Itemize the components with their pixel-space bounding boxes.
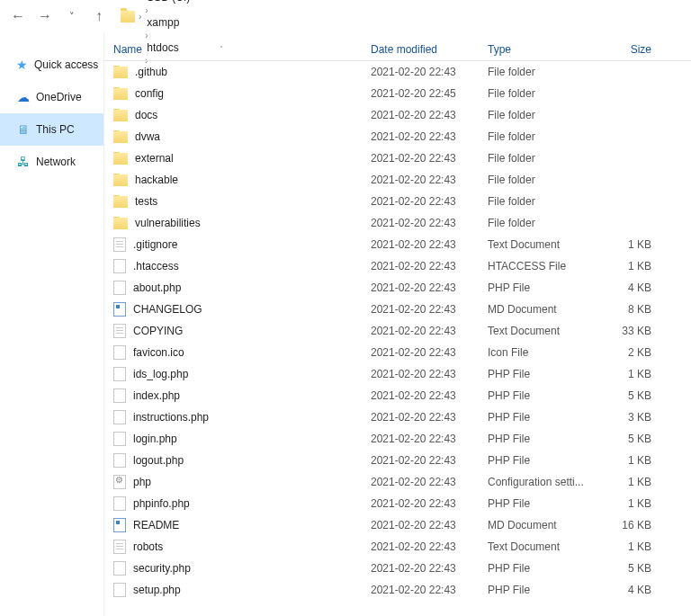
column-header-size[interactable]: Size	[601, 43, 664, 56]
sidebar-item-label: Quick access	[34, 58, 98, 71]
file-size-cell: 1 KB	[601, 260, 664, 272]
file-name-cell: favicon.ico	[104, 345, 362, 360]
file-row[interactable]: robots2021-02-20 22:43Text Document1 KB	[104, 536, 691, 558]
file-row[interactable]: php2021-02-20 22:43Configuration setti..…	[104, 471, 691, 493]
file-row[interactable]: .htaccess2021-02-20 22:43HTACCESS File1 …	[104, 255, 691, 277]
file-row[interactable]: docs2021-02-20 22:43File folder	[104, 104, 691, 126]
breadcrumb-item[interactable]: xampp	[145, 16, 192, 29]
file-file-icon	[113, 259, 126, 273]
up-button[interactable]: ↑	[88, 5, 110, 27]
file-date-cell: 2021-02-20 22:43	[362, 497, 479, 510]
file-row[interactable]: COPYING2021-02-20 22:43Text Document33 K…	[104, 320, 691, 342]
breadcrumb-item[interactable]: SSD (C:)	[145, 0, 192, 4]
column-header-date[interactable]: Date modified	[362, 43, 479, 56]
file-date-cell: 2021-02-20 22:43	[362, 411, 479, 424]
file-name-label: ids_log.php	[133, 368, 188, 380]
column-header-name[interactable]: Name ˄	[104, 43, 362, 56]
file-date-cell: 2021-02-20 22:45	[362, 87, 479, 100]
file-row[interactable]: logout.php2021-02-20 22:43PHP File1 KB	[104, 450, 691, 471]
forward-button[interactable]: →	[34, 5, 56, 27]
cfg-file-icon	[113, 475, 126, 489]
file-row[interactable]: dvwa2021-02-20 22:43File folder	[104, 126, 691, 147]
file-name-label: robots	[133, 540, 163, 553]
file-file-icon	[113, 345, 126, 360]
file-row[interactable]: login.php2021-02-20 22:43PHP File5 KB	[104, 428, 691, 450]
file-row[interactable]: vulnerabilities2021-02-20 22:43File fold…	[104, 212, 691, 234]
file-row[interactable]: tests2021-02-20 22:43File folder	[104, 191, 691, 212]
file-row[interactable]: index.php2021-02-20 22:43PHP File5 KB	[104, 385, 691, 406]
sort-indicator-icon: ˄	[220, 45, 223, 53]
file-name-cell: COPYING	[104, 324, 362, 338]
file-row[interactable]: security.php2021-02-20 22:43PHP File5 KB	[104, 558, 691, 579]
file-row[interactable]: favicon.ico2021-02-20 22:43Icon File2 KB	[104, 342, 691, 363]
file-date-cell: 2021-02-20 22:43	[362, 217, 479, 229]
file-row[interactable]: phpinfo.php2021-02-20 22:43PHP File1 KB	[104, 493, 691, 514]
file-date-cell: 2021-02-20 22:43	[362, 238, 479, 251]
file-name-label: external	[135, 152, 174, 165]
file-name-cell: external	[104, 152, 362, 165]
recent-locations-button[interactable]: ˅	[61, 5, 83, 27]
chevron-right-icon: ›	[139, 12, 141, 22]
breadcrumb[interactable]: › This PC›SSD (C:)›xampp›htdocs›	[115, 5, 684, 27]
file-name-cell: ids_log.php	[104, 367, 362, 381]
file-name-label: CHANGELOG	[133, 303, 202, 316]
file-date-cell: 2021-02-20 22:43	[362, 476, 479, 488]
file-type-cell: PHP File	[479, 281, 601, 294]
folder-icon	[113, 153, 128, 165]
file-name-label: php	[133, 476, 151, 488]
file-type-cell: PHP File	[479, 433, 601, 445]
file-row[interactable]: ids_log.php2021-02-20 22:43PHP File1 KB	[104, 363, 691, 385]
sidebar-item[interactable]: 🖥This PC	[0, 113, 103, 146]
back-button[interactable]: ←	[7, 5, 29, 27]
file-type-cell: HTACCESS File	[479, 260, 601, 272]
file-size-cell: 4 KB	[601, 584, 664, 596]
file-type-cell: File folder	[479, 152, 601, 165]
sidebar-item[interactable]: ★Quick access	[0, 49, 103, 81]
file-row[interactable]: setup.php2021-02-20 22:43PHP File4 KB	[104, 579, 691, 601]
file-row[interactable]: about.php2021-02-20 22:43PHP File4 KB	[104, 277, 691, 299]
file-row[interactable]: config2021-02-20 22:45File folder	[104, 83, 691, 104]
file-name-label: favicon.ico	[133, 346, 184, 359]
file-size-cell: 5 KB	[601, 433, 664, 445]
file-file-icon	[113, 561, 126, 576]
folder-icon	[113, 110, 128, 121]
file-row[interactable]: .github2021-02-20 22:43File folder	[104, 61, 691, 83]
file-file-icon	[113, 410, 126, 424]
file-size-cell: 3 KB	[601, 411, 664, 424]
sidebar-item[interactable]: 🖧Network	[0, 146, 103, 178]
sidebar-item[interactable]: ☁OneDrive	[0, 81, 103, 113]
column-headers: Name ˄ Date modified Type Size	[104, 32, 691, 61]
file-name-cell: .gitignore	[104, 237, 362, 252]
column-header-type[interactable]: Type	[479, 43, 601, 56]
file-row[interactable]: instructions.php2021-02-20 22:43PHP File…	[104, 406, 691, 428]
content-pane: Name ˄ Date modified Type Size .github20…	[104, 32, 691, 616]
folder-icon	[113, 88, 128, 100]
file-type-cell: Icon File	[479, 346, 601, 359]
file-name-cell: README	[104, 518, 362, 532]
file-row[interactable]: .gitignore2021-02-20 22:43Text Document1…	[104, 234, 691, 255]
file-name-cell: login.php	[104, 432, 362, 446]
file-row[interactable]: README2021-02-20 22:43MD Document16 KB	[104, 514, 691, 536]
file-size-cell: 1 KB	[601, 497, 664, 510]
file-row[interactable]: CHANGELOG2021-02-20 22:43MD Document8 KB	[104, 299, 691, 320]
folder-icon	[113, 174, 128, 186]
file-row[interactable]: external2021-02-20 22:43File folder	[104, 147, 691, 169]
file-name-cell: index.php	[104, 388, 362, 403]
file-file-icon	[113, 496, 126, 511]
file-size-cell: 1 KB	[601, 540, 664, 553]
net-icon: 🖧	[16, 155, 31, 169]
file-name-label: .github	[135, 66, 167, 78]
file-name-cell: config	[104, 87, 362, 100]
file-name-label: .gitignore	[133, 238, 177, 251]
file-name-label: README	[133, 519, 179, 531]
file-file-icon	[113, 432, 126, 446]
star-icon: ★	[14, 58, 29, 72]
file-date-cell: 2021-02-20 22:43	[362, 281, 479, 294]
file-name-label: config	[135, 87, 164, 100]
file-date-cell: 2021-02-20 22:43	[362, 389, 479, 402]
file-type-cell: PHP File	[479, 562, 601, 575]
file-date-cell: 2021-02-20 22:43	[362, 454, 479, 467]
file-size-cell: 5 KB	[601, 389, 664, 402]
file-row[interactable]: hackable2021-02-20 22:43File folder	[104, 169, 691, 191]
file-size-cell: 1 KB	[601, 368, 664, 380]
